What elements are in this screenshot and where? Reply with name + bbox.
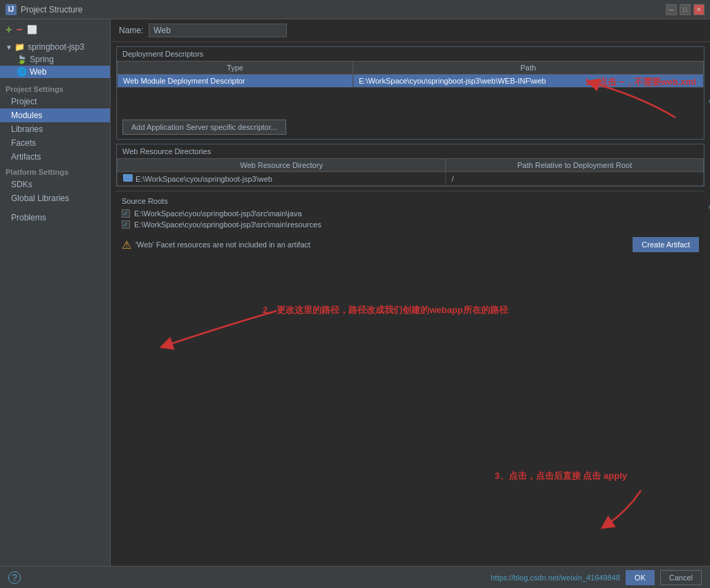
title-bar: IJ Project Structure ─ □ ✕ (0, 0, 710, 19)
help-button[interactable]: ? (8, 571, 21, 584)
web-icon: 🌐 (17, 67, 27, 77)
remove-button[interactable]: − (16, 23, 22, 36)
tree-label: springboot-jsp3 (28, 42, 84, 52)
tree-label-web: Web (30, 67, 46, 77)
ok-button[interactable]: OK (626, 570, 655, 585)
platform-settings-header: Platform Settings (0, 164, 110, 178)
web-resource-directories-panel: Web Resource Directories Web Resource Di… (116, 144, 704, 187)
deployment-descriptors-panel: Deployment Descriptors Type Path Web Mod… (116, 46, 704, 140)
sidebar-item-artifacts[interactable]: Artifacts (0, 150, 110, 164)
add-button[interactable]: + (6, 23, 12, 36)
content-scroll: Deployment Descriptors Type Path Web Mod… (111, 42, 710, 566)
source-roots-title: Source Roots (116, 194, 704, 208)
cancel-button[interactable]: Cancel (660, 570, 702, 585)
col-path: Path (353, 61, 704, 75)
deployment-descriptors-title: Deployment Descriptors (117, 47, 704, 61)
web-resource-table: Web Resource Directory Path Relative to … (117, 158, 704, 186)
relative-path-value: / (446, 172, 704, 186)
add-descriptor-row: Add Application Server specific descript… (117, 115, 704, 139)
warning-text: 'Web' Facet resources are not included i… (136, 240, 310, 249)
bottom-left: ? (8, 571, 21, 584)
checkbox-java[interactable]: ✓ (122, 209, 130, 218)
sidebar-toolbar: + − ⬜ (0, 22, 110, 38)
annotation-2: 2、更改这里的路径，路径改成我们创建的webapp所在的路径 (263, 304, 508, 316)
descriptor-path: E:\WorkSpace\cyou\springboot-jsp3\web\WE… (353, 75, 704, 88)
remove-descriptor-button[interactable]: − (705, 77, 710, 93)
name-input[interactable] (149, 23, 287, 37)
window-controls: ─ □ ✕ (666, 4, 704, 15)
close-button[interactable]: ✕ (693, 4, 704, 15)
source-roots-panel: Source Roots ✓ E:\WorkSpace\cyou\springb… (116, 191, 704, 230)
edit-web-resource-button[interactable]: ✏ (705, 200, 710, 215)
add-web-resource-button[interactable]: + (705, 158, 710, 173)
deployment-descriptors-table: Type Path Web Module Deployment Descript… (117, 61, 704, 88)
col-relative-path: Path Relative to Deployment Root (446, 159, 704, 172)
col-web-resource-dir: Web Resource Directory (118, 159, 446, 172)
sidebar-item-modules[interactable]: Modules (0, 108, 110, 122)
source-root-item-resources[interactable]: ✓ E:\WorkSpace\cyou\springboot-jsp3\src\… (116, 219, 704, 230)
sidebar-item-facets[interactable]: Facets (0, 136, 110, 150)
create-artifact-button[interactable]: Create Artifact (633, 237, 699, 252)
folder-icon: 📁 (15, 42, 25, 52)
source-root-item-java[interactable]: ✓ E:\WorkSpace\cyou\springboot-jsp3\src\… (116, 208, 704, 219)
copy-button[interactable]: ⬜ (27, 25, 37, 35)
sidebar-item-libraries[interactable]: Libraries (0, 122, 110, 136)
spring-icon: 🍃 (17, 55, 27, 64)
folder-icon (123, 174, 133, 182)
maximize-button[interactable]: □ (680, 4, 691, 15)
add-descriptor-button[interactable]: + (705, 61, 710, 76)
project-settings-header: Project Settings (0, 81, 110, 95)
web-resource-dir-value: E:\WorkSpace\cyou\springboot-jsp3\web (118, 172, 446, 186)
csdn-link[interactable]: https://blog.csdn.net/weixin_41649848 (491, 573, 620, 582)
web-resource-actions: + (705, 158, 710, 173)
app-icon: IJ (6, 4, 17, 15)
window-title: Project Structure (21, 5, 666, 15)
name-row: Name: (111, 19, 710, 42)
sidebar-item-problems[interactable]: Problems (0, 211, 110, 225)
annotation-3: 3、点击，点击后直接 点击 apply (495, 470, 627, 482)
warning-bar: ⚠ 'Web' Facet resources are not included… (116, 234, 704, 255)
tree-label-spring: Spring (30, 55, 54, 64)
tree-arrow: ▼ (6, 44, 12, 51)
sidebar-item-project[interactable]: Project (0, 95, 110, 108)
tree-item-spring[interactable]: 🍃 Spring (0, 53, 110, 66)
web-resource-edit-actions: ✏ ? (705, 200, 710, 231)
table-row[interactable]: E:\WorkSpace\cyou\springboot-jsp3\web / (118, 172, 704, 186)
sidebar-item-global-libraries[interactable]: Global Libraries (0, 191, 110, 205)
source-root-java-label: E:\WorkSpace\cyou\springboot-jsp3\src\ma… (134, 209, 302, 218)
help-web-resource-button[interactable]: ? (705, 216, 710, 231)
descriptor-type: Web Module Deployment Descriptor (118, 75, 353, 88)
bottom-bar: ? https://blog.csdn.net/weixin_41649848 … (0, 566, 710, 588)
sidebar-item-sdks[interactable]: SDKs (0, 178, 110, 191)
arrow-2-svg (138, 297, 311, 366)
web-resource-directories-title: Web Resource Directories (117, 144, 704, 158)
add-app-server-descriptor-button[interactable]: Add Application Server specific descript… (122, 120, 286, 135)
tree-item-springboot[interactable]: ▼ 📁 springboot-jsp3 (0, 41, 110, 53)
table-row[interactable]: Web Module Deployment Descriptor E:\Work… (118, 75, 704, 88)
content-area: Name: Deployment Descriptors Type Path (111, 19, 710, 566)
main-layout: + − ⬜ ▼ 📁 springboot-jsp3 🍃 Spring 🌐 Web… (0, 19, 710, 566)
bottom-right: https://blog.csdn.net/weixin_41649848 OK… (491, 570, 702, 585)
edit-descriptor-button[interactable]: ✏ (705, 94, 710, 109)
sidebar: + − ⬜ ▼ 📁 springboot-jsp3 🍃 Spring 🌐 Web… (0, 19, 111, 566)
minimize-button[interactable]: ─ (666, 4, 677, 15)
name-label: Name: (119, 26, 143, 35)
descriptor-actions: + − ✏ (705, 61, 710, 109)
arrow-3-svg (586, 484, 710, 539)
checkbox-resources[interactable]: ✓ (122, 220, 130, 229)
tree-item-web[interactable]: 🌐 Web (0, 66, 110, 78)
warning-icon: ⚠ (122, 238, 131, 252)
source-root-resources-label: E:\WorkSpace\cyou\springboot-jsp3\src\ma… (134, 220, 321, 229)
col-type: Type (118, 61, 353, 75)
project-tree: ▼ 📁 springboot-jsp3 🍃 Spring 🌐 Web (0, 38, 110, 81)
